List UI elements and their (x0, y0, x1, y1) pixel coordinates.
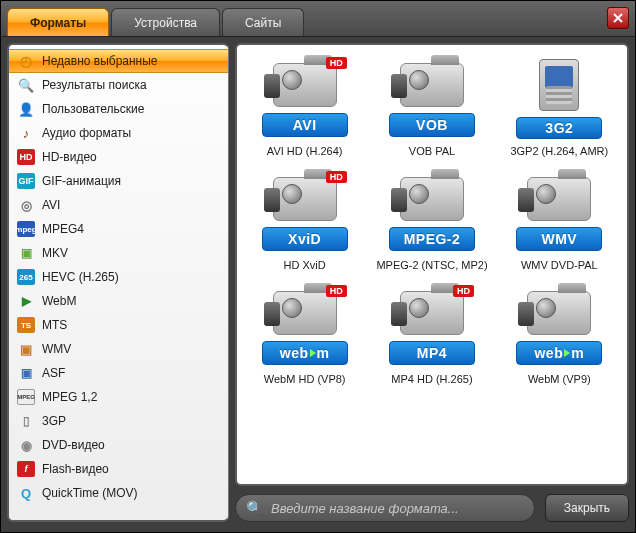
format-chip: MP4 (389, 341, 475, 365)
sidebar-item-label: HEVC (H.265) (42, 270, 119, 284)
phone-icon (539, 59, 579, 111)
sidebar-item-mpeg4[interactable]: mpeg MPEG4 (9, 217, 228, 241)
sidebar-item-label: GIF-анимация (42, 174, 121, 188)
camcorder-icon (400, 63, 464, 107)
format-picker-window: Форматы Устройства Сайты ◴ Недавно выбра… (0, 0, 636, 533)
format-thumbnail: VOB (386, 57, 478, 139)
format-item[interactable]: VOBVOB PAL (370, 57, 493, 157)
format-item[interactable]: WMVWMV DVD-PAL (498, 171, 621, 271)
flash-icon: f (17, 461, 35, 477)
format-chip: 3G2 (516, 117, 602, 139)
format-item[interactable]: HDXviDHD XviD (243, 171, 366, 271)
close-button[interactable]: Закрыть (545, 494, 629, 522)
sidebar-item-label: WebM (42, 294, 76, 308)
sidebar-item-label: HD-видео (42, 150, 97, 164)
camcorder-icon (273, 63, 337, 107)
sidebar-item-label: MPEG4 (42, 222, 84, 236)
window-close-button[interactable] (607, 7, 629, 29)
sidebar-item-asf[interactable]: ▣ ASF (9, 361, 228, 385)
music-note-icon: ♪ (17, 125, 35, 141)
sidebar-item-label: MKV (42, 246, 68, 260)
format-caption: WMV DVD-PAL (521, 259, 598, 271)
format-caption: HD XviD (284, 259, 326, 271)
mkv-icon: ▣ (17, 245, 35, 261)
sidebar-item-gif[interactable]: GIF GIF-анимация (9, 169, 228, 193)
sidebar-item-hd[interactable]: HD HD-видео (9, 145, 228, 169)
hd-badge: HD (453, 285, 474, 297)
sidebar-item-label: Flash-видео (42, 462, 109, 476)
hd-badge: HD (326, 171, 347, 183)
format-chip: MPEG-2 (389, 227, 475, 251)
format-thumbnail: 3G2 (513, 57, 605, 139)
asf-icon: ▣ (17, 365, 35, 381)
sidebar-item-label: QuickTime (MOV) (42, 486, 138, 500)
camcorder-icon (273, 291, 337, 335)
format-thumbnail: WMV (513, 171, 605, 253)
search-field-wrap[interactable]: 🔍 (235, 494, 535, 522)
mpeg12-icon: MPEG (17, 389, 35, 405)
sidebar-item-label: MPEG 1,2 (42, 390, 97, 404)
sidebar-item-mkv[interactable]: ▣ MKV (9, 241, 228, 265)
search-icon: 🔍 (17, 77, 35, 93)
hevc-icon: 265 (17, 269, 35, 285)
sidebar-item-webm[interactable]: ▶ WebM (9, 289, 228, 313)
camcorder-icon (527, 291, 591, 335)
quicktime-icon: Q (17, 485, 35, 501)
sidebar-item-3gp[interactable]: ▯ 3GP (9, 409, 228, 433)
sidebar-item-label: Недавно выбранные (42, 54, 158, 68)
format-grid-wrap: HDAVIAVI HD (H.264)VOBVOB PAL3G23GP2 (H.… (235, 43, 629, 486)
format-chip: VOB (389, 113, 475, 137)
sidebar-item-wmv[interactable]: ▣ WMV (9, 337, 228, 361)
format-item[interactable]: HDAVIAVI HD (H.264) (243, 57, 366, 157)
format-caption: MP4 HD (H.265) (391, 373, 472, 385)
mpeg4-icon: mpeg (17, 221, 35, 237)
format-item[interactable]: MPEG-2MPEG-2 (NTSC, MP2) (370, 171, 493, 271)
camcorder-icon (400, 177, 464, 221)
hd-icon: HD (17, 149, 35, 165)
tab-devices[interactable]: Устройства (111, 8, 220, 36)
sidebar-item-custom[interactable]: 👤 Пользовательские (9, 97, 228, 121)
sidebar-item-quicktime[interactable]: Q QuickTime (MOV) (9, 481, 228, 505)
sidebar-item-flash[interactable]: f Flash-видео (9, 457, 228, 481)
sidebar: ◴ Недавно выбранные 🔍 Результаты поиска … (7, 43, 229, 522)
format-caption: WebM (VP9) (528, 373, 591, 385)
format-chip: webm (262, 341, 348, 365)
sidebar-item-mts[interactable]: TS MTS (9, 313, 228, 337)
format-grid: HDAVIAVI HD (H.264)VOBVOB PAL3G23GP2 (H.… (243, 57, 621, 385)
format-thumbnail: HDMP4 (386, 285, 478, 367)
sidebar-item-audio[interactable]: ♪ Аудио форматы (9, 121, 228, 145)
format-thumbnail: HDAVI (259, 57, 351, 139)
reel-icon: ◎ (17, 197, 35, 213)
format-caption: AVI HD (H.264) (267, 145, 343, 157)
sidebar-item-recent[interactable]: ◴ Недавно выбранные (9, 49, 228, 73)
gif-icon: GIF (17, 173, 35, 189)
camcorder-icon (400, 291, 464, 335)
sidebar-item-dvd[interactable]: ◉ DVD-видео (9, 433, 228, 457)
format-item[interactable]: HDwebmWebM HD (VP8) (243, 285, 366, 385)
sidebar-item-avi[interactable]: ◎ AVI (9, 193, 228, 217)
format-chip: webm (516, 341, 602, 365)
phone-icon: ▯ (17, 413, 35, 429)
tab-formats[interactable]: Форматы (7, 8, 109, 36)
sidebar-item-label: MTS (42, 318, 67, 332)
search-input[interactable] (271, 501, 524, 516)
format-chip: WMV (516, 227, 602, 251)
sidebar-item-hevc[interactable]: 265 HEVC (H.265) (9, 265, 228, 289)
body: ◴ Недавно выбранные 🔍 Результаты поиска … (1, 37, 635, 532)
sidebar-item-label: Аудио форматы (42, 126, 131, 140)
format-caption: WebM HD (VP8) (264, 373, 346, 385)
tab-sites[interactable]: Сайты (222, 8, 304, 36)
sidebar-item-mpeg12[interactable]: MPEG MPEG 1,2 (9, 385, 228, 409)
format-item[interactable]: HDMP4MP4 HD (H.265) (370, 285, 493, 385)
footer: 🔍 Закрыть (235, 494, 629, 522)
sidebar-item-label: WMV (42, 342, 71, 356)
format-caption: 3GP2 (H.264, AMR) (510, 145, 608, 157)
play-icon: ▶ (17, 293, 35, 309)
sidebar-item-label: 3GP (42, 414, 66, 428)
format-item[interactable]: 3G23GP2 (H.264, AMR) (498, 57, 621, 157)
format-item[interactable]: webmWebM (VP9) (498, 285, 621, 385)
sidebar-item-search-results[interactable]: 🔍 Результаты поиска (9, 73, 228, 97)
sidebar-item-label: AVI (42, 198, 60, 212)
format-caption: MPEG-2 (NTSC, MP2) (376, 259, 487, 271)
format-caption: VOB PAL (409, 145, 455, 157)
